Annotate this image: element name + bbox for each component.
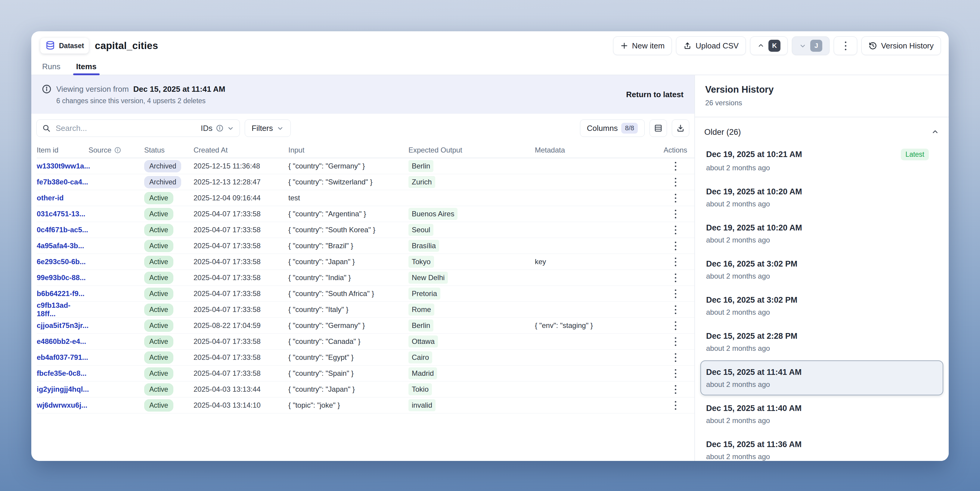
info-icon xyxy=(41,84,52,94)
item-id-link[interactable]: ig2yjingjj4hql... xyxy=(37,385,89,393)
older-section-toggle[interactable]: Older (26) xyxy=(700,123,943,141)
version-history-button[interactable]: Version History xyxy=(861,37,941,55)
plus-icon xyxy=(620,42,628,50)
expected-output-cell: Brasília xyxy=(409,240,535,252)
download-icon xyxy=(676,124,685,133)
row-height-button[interactable] xyxy=(649,119,667,137)
banner-version-date: Dec 15, 2025 at 11:41 AM xyxy=(133,84,225,94)
version-relative-time: about 2 months ago xyxy=(706,380,937,389)
version-entry[interactable]: Dec 16, 2025 at 3:02 PM about 2 months a… xyxy=(700,288,943,323)
item-id-link[interactable]: e4860bb2-e4... xyxy=(37,337,86,345)
row-actions-kebab[interactable] xyxy=(670,335,681,348)
header-expected-output[interactable]: Expected Output xyxy=(409,146,535,154)
version-entry[interactable]: Dec 16, 2025 at 3:02 PM about 2 months a… xyxy=(700,252,943,287)
item-id-link[interactable]: fe7b38e0-ca4... xyxy=(37,178,88,186)
status-badge: Active xyxy=(144,288,173,300)
table-row: 0c4f671b-ac5... Active 2025-04-07 17:33:… xyxy=(37,222,694,238)
item-id-link[interactable]: wj6dwrwxu6j... xyxy=(37,401,87,409)
version-entry[interactable]: Dec 19, 2025 at 10:20 AM about 2 months … xyxy=(700,180,943,215)
row-actions-kebab[interactable] xyxy=(670,240,681,252)
header-status[interactable]: Status xyxy=(144,146,194,154)
version-history-title: Version History xyxy=(705,84,939,95)
columns-button[interactable]: Columns 8/8 xyxy=(580,119,645,137)
user-k-button[interactable]: K xyxy=(750,37,788,55)
return-to-latest-link[interactable]: Return to latest xyxy=(626,90,684,99)
status-badge: Active xyxy=(144,240,173,252)
version-entry[interactable]: Dec 15, 2025 at 11:41 AM about 2 months … xyxy=(700,361,943,395)
version-entry[interactable]: Dec 19, 2025 at 10:20 AM about 2 months … xyxy=(700,216,943,251)
row-actions-kebab[interactable] xyxy=(670,160,681,172)
row-actions-kebab[interactable] xyxy=(670,399,681,411)
item-id-link[interactable]: b6b64221-f9... xyxy=(37,289,84,297)
version-date: Dec 19, 2025 at 10:21 AM xyxy=(706,150,802,159)
status-badge: Active xyxy=(144,256,173,268)
page-title: capital_cities xyxy=(95,40,158,51)
item-id-link[interactable]: other-id xyxy=(37,194,64,202)
expected-output-cell: Ottawa xyxy=(409,335,535,348)
row-actions-kebab[interactable] xyxy=(670,351,681,364)
item-id-link[interactable]: 0c4f671b-ac5... xyxy=(37,226,88,234)
version-entry[interactable]: Dec 19, 2025 at 10:21 AM Latest about 2 … xyxy=(700,141,943,179)
version-relative-time: about 2 months ago xyxy=(706,344,937,353)
header-item-id[interactable]: Item id xyxy=(37,146,89,154)
latest-badge: Latest xyxy=(901,149,929,160)
content-area: Viewing version from Dec 15, 2025 at 11:… xyxy=(31,75,949,461)
header-source[interactable]: Source xyxy=(89,146,144,154)
header-input[interactable]: Input xyxy=(288,146,409,154)
table-row: cjjoa5it75n3jr... Active 2025-08-22 17:0… xyxy=(37,318,694,334)
item-id-link[interactable]: eb4af037-791... xyxy=(37,353,88,361)
input-cell: { "country": "Germany" } xyxy=(288,162,409,170)
created-at-cell: 2025-04-07 17:33:58 xyxy=(194,289,288,298)
input-cell: { "country": "India" } xyxy=(288,273,409,282)
row-actions-kebab[interactable] xyxy=(670,288,681,300)
banner-summary: 6 changes since this version, 4 upserts … xyxy=(56,97,225,105)
chevron-up-icon xyxy=(931,128,939,136)
item-id-link[interactable]: 6e293c50-6b... xyxy=(37,257,86,266)
row-actions-kebab[interactable] xyxy=(670,256,681,268)
row-actions-kebab[interactable] xyxy=(670,319,681,332)
expected-output-cell: Madrid xyxy=(409,367,535,380)
expected-output-cell: New Delhi xyxy=(409,272,535,284)
row-actions-kebab[interactable] xyxy=(670,303,681,316)
version-date: Dec 15, 2025 at 2:28 PM xyxy=(706,332,797,341)
row-actions-kebab[interactable] xyxy=(670,192,681,204)
download-button[interactable] xyxy=(672,119,689,137)
table-row: ig2yjingjj4hql... Active 2025-04-03 13:1… xyxy=(37,381,694,397)
version-banner: Viewing version from Dec 15, 2025 at 11:… xyxy=(31,75,694,114)
new-item-button[interactable]: New item xyxy=(613,37,672,55)
version-date: Dec 15, 2025 at 11:41 AM xyxy=(706,368,802,377)
header-metadata[interactable]: Metadata xyxy=(535,146,657,154)
item-id-link[interactable]: 031c4751-13... xyxy=(37,210,85,218)
filters-button[interactable]: Filters xyxy=(245,119,291,137)
item-id-link[interactable]: cjjoa5it75n3jr... xyxy=(37,321,89,329)
row-actions-kebab[interactable] xyxy=(670,272,681,284)
more-options-button[interactable] xyxy=(834,37,857,55)
user-j-button[interactable]: J xyxy=(792,37,829,55)
filters-label: Filters xyxy=(251,124,273,133)
row-actions-kebab[interactable] xyxy=(670,208,681,220)
ids-dropdown[interactable]: IDs xyxy=(201,124,234,133)
row-actions-kebab[interactable] xyxy=(670,367,681,380)
avatar-k: K xyxy=(768,40,780,52)
tab-runs[interactable]: Runs xyxy=(41,58,61,75)
upload-csv-button[interactable]: Upload CSV xyxy=(676,37,746,55)
status-badge: Active xyxy=(144,224,173,236)
row-actions-kebab[interactable] xyxy=(670,176,681,188)
row-actions-kebab[interactable] xyxy=(670,224,681,236)
item-id-link[interactable]: w1330t9ww1a... xyxy=(37,162,90,170)
item-id-link[interactable]: 4a95afa4-3b... xyxy=(37,242,84,250)
search-input[interactable] xyxy=(55,123,196,133)
item-id-link[interactable]: 99e93b0c-88... xyxy=(37,273,86,281)
created-at-cell: 2025-04-07 17:33:58 xyxy=(194,369,288,378)
version-entry[interactable]: Dec 15, 2025 at 11:40 AM about 2 months … xyxy=(700,397,943,431)
item-id-link[interactable]: fbcfe35e-0c8... xyxy=(37,369,86,377)
version-entry[interactable]: Dec 15, 2025 at 2:28 PM about 2 months a… xyxy=(700,324,943,359)
row-actions-kebab[interactable] xyxy=(670,383,681,395)
version-entry[interactable]: Dec 15, 2025 at 11:36 AM about 2 months … xyxy=(700,433,943,461)
status-badge: Active xyxy=(144,399,173,412)
item-id-link[interactable]: c9fb13ad-18ff... xyxy=(37,301,70,318)
tab-items[interactable]: Items xyxy=(76,58,97,75)
table-row: b6b64221-f9... Active 2025-04-07 17:33:5… xyxy=(37,286,694,302)
header-created-at[interactable]: Created At xyxy=(194,146,288,154)
status-badge: Active xyxy=(144,272,173,284)
